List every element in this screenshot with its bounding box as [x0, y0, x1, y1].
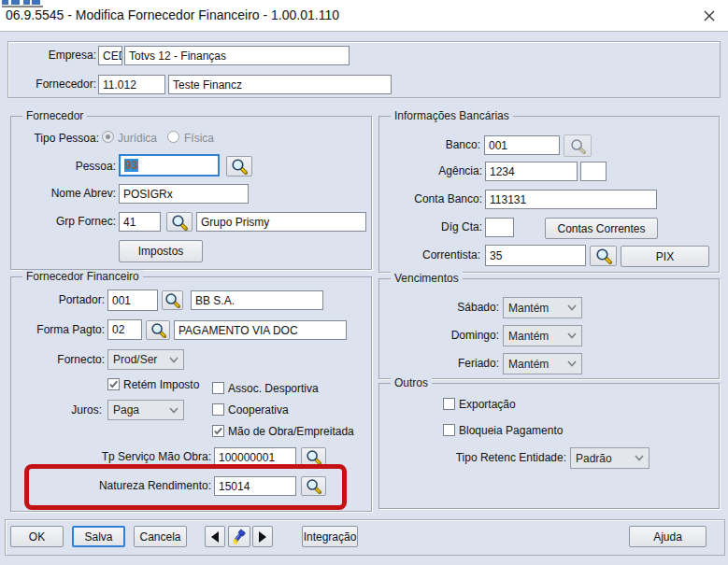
pix-button[interactable]: PIX: [621, 246, 709, 267]
assoc-desportiva-checkbox[interactable]: [212, 382, 224, 394]
outros-group: Outros Exportação Bloqueia Pagamento Tip…: [378, 383, 720, 509]
mao-obra-label: Mão de Obra/Empreitada: [228, 425, 354, 438]
correntista-search-button[interactable]: [590, 246, 617, 266]
chevron-down-icon: [567, 332, 577, 339]
informacoes-bancarias-group-title: Informações Bancárias: [391, 109, 513, 122]
exportacao-label: Exportação: [459, 398, 516, 411]
juridica-radio[interactable]: [102, 131, 114, 143]
close-button[interactable]: [699, 7, 720, 24]
chevron-down-icon: [169, 357, 178, 363]
natureza-search-button[interactable]: [301, 476, 326, 496]
impostos-button[interactable]: Impostos: [119, 240, 203, 262]
search-record-button[interactable]: [228, 526, 250, 547]
retem-imposto-checkbox[interactable]: [107, 378, 120, 390]
empresa-code-field[interactable]: CED: [98, 46, 122, 65]
sabado-label: Sábado:: [387, 301, 499, 314]
tipo-pessoa-label: Tipo Pessoa:: [11, 132, 99, 145]
domingo-select[interactable]: Mantém: [503, 325, 582, 346]
ok-button[interactable]: OK: [10, 526, 64, 547]
modifica-fornecedor-dialog: 06.9.5545 - Modifica Fornecedor Financei…: [0, 0, 728, 565]
banco-label: Banco:: [387, 138, 480, 151]
grp-fornec-label: Grp Fornec:: [21, 215, 116, 228]
dig-cta-label: Díg Cta:: [387, 220, 482, 233]
dig-cta-input[interactable]: [485, 218, 514, 237]
domingo-value: Mantém: [508, 330, 549, 343]
magnifier-icon: [164, 292, 180, 308]
contas-correntes-button[interactable]: Contas Correntes: [545, 218, 658, 239]
feriado-label: Feriado:: [387, 357, 499, 370]
fornecedor-label: Fornecedor:: [19, 78, 96, 91]
magnifier-icon: [595, 247, 612, 264]
forma-pagto-desc-field[interactable]: PAGAMENTO VIA DOC: [174, 320, 347, 340]
next-record-button[interactable]: [252, 526, 273, 547]
natureza-input[interactable]: 15014: [214, 476, 296, 496]
fornecto-value: Prod/Ser: [113, 353, 157, 366]
portador-search-button[interactable]: [162, 290, 183, 310]
banco-input[interactable]: 001: [484, 135, 560, 155]
banco-search-button[interactable]: [564, 134, 592, 157]
juros-select[interactable]: Paga: [107, 400, 184, 420]
close-icon: [703, 9, 716, 22]
tipo-retenc-select[interactable]: Padrão: [570, 447, 649, 469]
forma-pagto-input[interactable]: 02: [107, 319, 142, 340]
magnifier-icon: [231, 158, 248, 175]
bloqueia-pagamento-label: Bloqueia Pagamento: [459, 424, 563, 437]
nome-abrev-input[interactable]: POSIGRx: [119, 184, 249, 204]
ajuda-button[interactable]: Ajuda: [629, 526, 707, 547]
pessoa-search-button[interactable]: [226, 156, 252, 177]
retem-imposto-label: Retém Imposto: [123, 378, 199, 391]
correntista-input[interactable]: 35: [485, 245, 586, 266]
salva-button[interactable]: Salva: [72, 526, 125, 547]
agencia-label: Agência:: [387, 164, 482, 177]
natureza-label: Natureza Rendimento:: [49, 479, 211, 492]
cooperativa-label: Cooperativa: [228, 403, 289, 417]
fornecedor-group: Fornecedor Tipo Pessoa: Jurídica Física …: [10, 116, 372, 270]
background-window-fragment: [2, 0, 45, 8]
agencia-input[interactable]: 1234: [485, 162, 578, 181]
integracao-button[interactable]: Integração: [302, 526, 358, 547]
magnifier-icon: [171, 214, 188, 231]
pessoa-label: Pessoa:: [21, 160, 116, 173]
conta-banco-input[interactable]: 113131: [485, 190, 657, 209]
chevron-down-icon: [169, 407, 178, 414]
radio-dot: [106, 134, 110, 139]
tipo-retenc-label: Tipo Retenc Entidade:: [417, 451, 566, 464]
fornecedor-name-field[interactable]: Teste Financz: [168, 75, 392, 94]
empresa-name-field[interactable]: Totvs 12 - Finanças: [124, 46, 350, 65]
sabado-select[interactable]: Mantém: [503, 297, 582, 318]
flashlight-icon: [231, 529, 248, 545]
grp-fornec-desc-field[interactable]: Grupo Prismy: [196, 212, 366, 232]
portador-desc-field[interactable]: BB S.A.: [191, 290, 323, 310]
chevron-down-icon: [567, 360, 577, 367]
magnifier-icon: [150, 322, 166, 338]
cancela-button[interactable]: Cancela: [134, 526, 187, 547]
outros-group-title: Outros: [391, 376, 432, 389]
previous-record-button[interactable]: [205, 526, 225, 547]
tp-servico-input[interactable]: 100000001: [214, 447, 296, 467]
portador-label: Portador:: [11, 293, 105, 306]
mao-obra-checkbox[interactable]: [212, 425, 224, 437]
exportacao-checkbox[interactable]: [443, 398, 455, 410]
tp-servico-search-button[interactable]: [301, 447, 326, 467]
fornecedor-code-field[interactable]: 11.012: [98, 75, 165, 94]
juros-label: Juros:: [11, 403, 102, 417]
informacoes-bancarias-group: Informações Bancárias Banco: 001 Agência…: [378, 116, 720, 273]
grp-fornec-search-button[interactable]: [166, 212, 193, 232]
bloqueia-pagamento-checkbox[interactable]: [443, 424, 455, 436]
fornecedor-group-title: Fornecedor: [22, 109, 87, 122]
sabado-value: Mantém: [508, 302, 549, 315]
pessoa-input[interactable]: 93: [119, 154, 220, 177]
fornecto-select[interactable]: Prod/Ser: [107, 349, 184, 370]
forma-pagto-search-button[interactable]: [146, 320, 170, 340]
magnifier-icon: [306, 449, 321, 465]
portador-input[interactable]: 001: [107, 290, 158, 311]
juros-value: Paga: [113, 403, 139, 417]
vencimentos-group-title: Vencimentos: [391, 272, 463, 285]
fisica-radio[interactable]: [167, 131, 179, 143]
agencia-digit-input[interactable]: [580, 162, 607, 181]
grp-fornec-input[interactable]: 41: [119, 212, 161, 232]
feriado-select[interactable]: Mantém: [503, 353, 582, 374]
cooperativa-checkbox[interactable]: [212, 403, 224, 416]
chevron-down-icon: [567, 304, 577, 311]
title-bar: 06.9.5545 - Modifica Fornecedor Financei…: [0, 0, 728, 32]
